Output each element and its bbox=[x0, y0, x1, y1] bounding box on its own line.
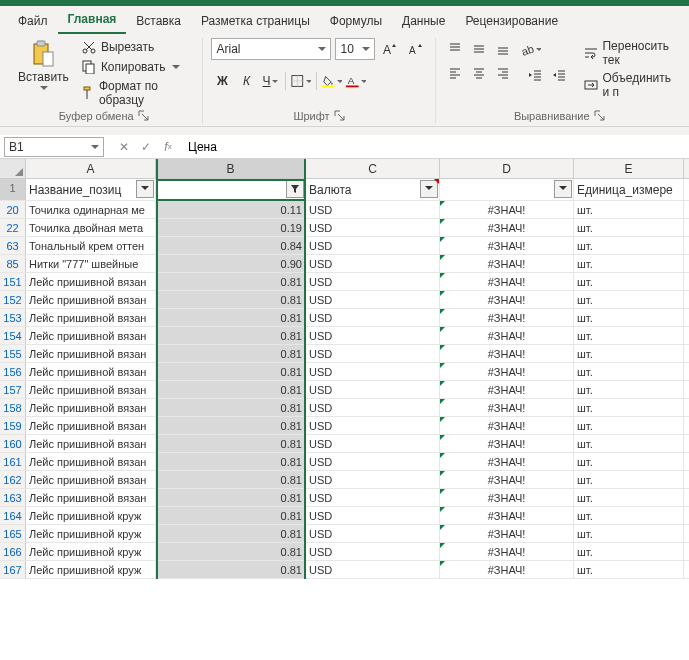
cell[interactable]: 0.81 bbox=[156, 273, 306, 290]
table-row[interactable]: 157Лейс пришивной вязан0.81USD#ЗНАЧ!шт. bbox=[0, 381, 689, 399]
cell[interactable]: USD bbox=[306, 399, 440, 416]
table-row[interactable]: 156Лейс пришивной вязан0.81USD#ЗНАЧ!шт. bbox=[0, 363, 689, 381]
cell[interactable]: #ЗНАЧ! bbox=[440, 219, 574, 236]
cell[interactable]: Лейс пришивной вязан bbox=[26, 273, 156, 290]
cell[interactable]: Точилка двойная мета bbox=[26, 219, 156, 236]
cell[interactable]: 0.81 bbox=[156, 561, 306, 578]
table-row[interactable]: 22Точилка двойная мета0.19USD#ЗНАЧ!шт. bbox=[0, 219, 689, 237]
font-name-select[interactable]: Arial bbox=[211, 38, 331, 60]
cell[interactable]: Лейс пришивной вязан bbox=[26, 435, 156, 452]
cell[interactable]: #ЗНАЧ! bbox=[440, 255, 574, 272]
col-header-a[interactable]: A bbox=[26, 159, 156, 178]
cell[interactable]: Лейс пришивной вязан bbox=[26, 399, 156, 416]
header-cell-e[interactable]: Единица_измере bbox=[574, 179, 684, 200]
cell[interactable]: шт. bbox=[574, 453, 684, 470]
cell[interactable]: USD bbox=[306, 219, 440, 236]
cell[interactable]: #ЗНАЧ! bbox=[440, 525, 574, 542]
cell[interactable]: 0.81 bbox=[156, 489, 306, 506]
name-box[interactable]: B1 bbox=[4, 137, 104, 157]
decrease-font-button[interactable]: A bbox=[405, 38, 427, 60]
cell[interactable]: USD bbox=[306, 363, 440, 380]
cell[interactable]: Лейс пришивной вязан bbox=[26, 417, 156, 434]
row-header[interactable]: 158 bbox=[0, 399, 26, 416]
decrease-indent-button[interactable] bbox=[524, 64, 546, 86]
cut-button[interactable]: Вырезать bbox=[79, 38, 195, 56]
cell[interactable]: шт. bbox=[574, 435, 684, 452]
spreadsheet-grid[interactable]: A B C D E 1Название_позицЦеВалютаЕдиница… bbox=[0, 159, 689, 579]
tab-рецензирование[interactable]: Рецензирование bbox=[455, 10, 568, 34]
cell[interactable]: Лейс пришивной вязан bbox=[26, 327, 156, 344]
cell[interactable]: USD bbox=[306, 471, 440, 488]
cell[interactable]: Лейс пришивной вязан bbox=[26, 345, 156, 362]
table-row[interactable]: 1Название_позицЦеВалютаЕдиница_измере bbox=[0, 179, 689, 201]
cell[interactable]: Лейс пришивной круж bbox=[26, 507, 156, 524]
cell[interactable]: шт. bbox=[574, 219, 684, 236]
table-row[interactable]: 164Лейс пришивной круж0.81USD#ЗНАЧ!шт. bbox=[0, 507, 689, 525]
header-cell-a[interactable]: Название_позиц bbox=[26, 179, 156, 200]
cell[interactable]: USD bbox=[306, 309, 440, 326]
col-header-e[interactable]: E bbox=[574, 159, 684, 178]
cell[interactable]: Лейс пришивной вязан bbox=[26, 453, 156, 470]
row-header[interactable]: 1 bbox=[0, 179, 26, 200]
align-bottom-button[interactable] bbox=[492, 38, 514, 60]
cell[interactable]: Точилка одинарная ме bbox=[26, 201, 156, 218]
cell[interactable]: #ЗНАЧ! bbox=[440, 417, 574, 434]
align-right-button[interactable] bbox=[492, 62, 514, 84]
row-header[interactable]: 154 bbox=[0, 327, 26, 344]
fx-button[interactable]: fx bbox=[158, 137, 178, 157]
filter-button[interactable] bbox=[286, 180, 304, 198]
table-row[interactable]: 161Лейс пришивной вязан0.81USD#ЗНАЧ!шт. bbox=[0, 453, 689, 471]
cell[interactable]: USD bbox=[306, 201, 440, 218]
cell[interactable]: #ЗНАЧ! bbox=[440, 561, 574, 578]
align-top-button[interactable] bbox=[444, 38, 466, 60]
cell[interactable]: #ЗНАЧ! bbox=[440, 345, 574, 362]
cell[interactable]: #ЗНАЧ! bbox=[440, 489, 574, 506]
cell[interactable]: #ЗНАЧ! bbox=[440, 237, 574, 254]
cell[interactable]: USD bbox=[306, 237, 440, 254]
table-row[interactable]: 167Лейс пришивной круж0.81USD#ЗНАЧ!шт. bbox=[0, 561, 689, 579]
table-row[interactable]: 163Лейс пришивной вязан0.81USD#ЗНАЧ!шт. bbox=[0, 489, 689, 507]
copy-button[interactable]: Копировать bbox=[79, 58, 195, 76]
orientation-button[interactable]: ab bbox=[520, 38, 542, 60]
row-header[interactable]: 63 bbox=[0, 237, 26, 254]
cell[interactable]: USD bbox=[306, 453, 440, 470]
cell[interactable]: шт. bbox=[574, 489, 684, 506]
header-cell-c[interactable]: Валюта bbox=[306, 179, 440, 200]
cell[interactable]: 0.11 bbox=[156, 201, 306, 218]
cell[interactable]: Лейс пришивной вязан bbox=[26, 489, 156, 506]
table-row[interactable]: 160Лейс пришивной вязан0.81USD#ЗНАЧ!шт. bbox=[0, 435, 689, 453]
cell[interactable]: USD bbox=[306, 417, 440, 434]
cell[interactable]: Лейс пришивной круж bbox=[26, 543, 156, 560]
cell[interactable]: USD bbox=[306, 381, 440, 398]
cancel-formula-button[interactable]: ✕ bbox=[114, 137, 134, 157]
row-header[interactable]: 166 bbox=[0, 543, 26, 560]
tab-главная[interactable]: Главная bbox=[58, 8, 127, 34]
underline-button[interactable]: Ч bbox=[259, 70, 281, 92]
cell[interactable]: #ЗНАЧ! bbox=[440, 543, 574, 560]
table-row[interactable]: 153Лейс пришивной вязан0.81USD#ЗНАЧ!шт. bbox=[0, 309, 689, 327]
cell[interactable]: Лейс пришивной вязан bbox=[26, 291, 156, 308]
dialog-launcher-icon[interactable] bbox=[334, 110, 346, 122]
font-size-select[interactable]: 10 bbox=[335, 38, 375, 60]
cell[interactable]: 0.84 bbox=[156, 237, 306, 254]
cell[interactable]: шт. bbox=[574, 471, 684, 488]
table-row[interactable]: 155Лейс пришивной вязан0.81USD#ЗНАЧ!шт. bbox=[0, 345, 689, 363]
header-cell-d[interactable] bbox=[440, 179, 574, 200]
cell[interactable]: #ЗНАЧ! bbox=[440, 309, 574, 326]
cell[interactable]: шт. bbox=[574, 345, 684, 362]
row-header[interactable]: 20 bbox=[0, 201, 26, 218]
tab-формулы[interactable]: Формулы bbox=[320, 10, 392, 34]
cell[interactable]: Нитки "777" швейные bbox=[26, 255, 156, 272]
col-header-b[interactable]: B bbox=[156, 159, 306, 178]
tab-данные[interactable]: Данные bbox=[392, 10, 455, 34]
tab-файл[interactable]: Файл bbox=[8, 10, 58, 34]
cell[interactable]: USD bbox=[306, 435, 440, 452]
cell[interactable]: USD bbox=[306, 561, 440, 578]
cell[interactable]: 0.81 bbox=[156, 525, 306, 542]
table-row[interactable]: 158Лейс пришивной вязан0.81USD#ЗНАЧ!шт. bbox=[0, 399, 689, 417]
cell[interactable]: #ЗНАЧ! bbox=[440, 363, 574, 380]
tab-разметка страницы[interactable]: Разметка страницы bbox=[191, 10, 320, 34]
cell[interactable]: шт. bbox=[574, 309, 684, 326]
cell[interactable]: #ЗНАЧ! bbox=[440, 381, 574, 398]
cell[interactable]: USD bbox=[306, 255, 440, 272]
